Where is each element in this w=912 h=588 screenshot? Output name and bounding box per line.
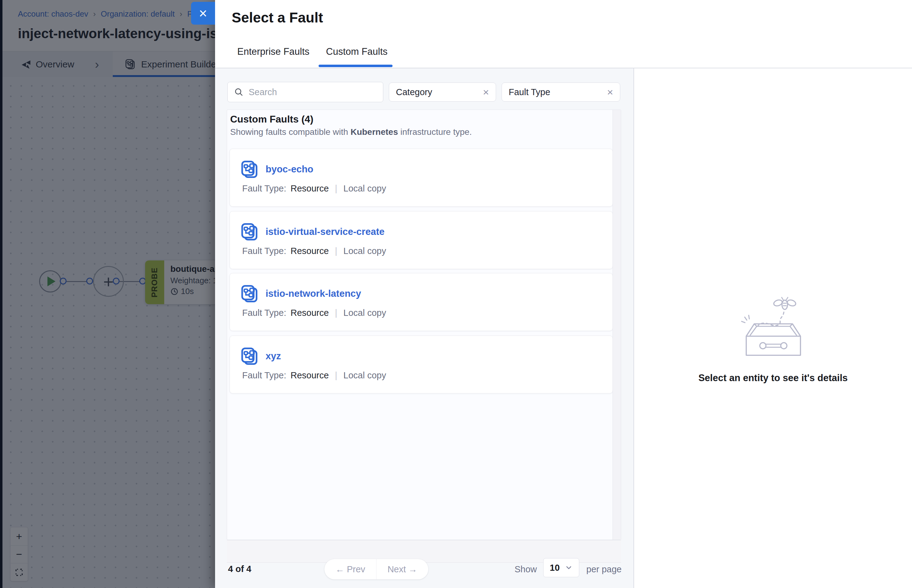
pagination-buttons: ← Prev Next →	[324, 559, 428, 579]
prev-button[interactable]: ← Prev	[324, 559, 376, 579]
tab-custom-faults[interactable]: Custom Faults	[326, 46, 387, 57]
chevron-down-icon	[565, 564, 573, 572]
list-heading: Custom Faults (4)	[230, 114, 313, 125]
select-fault-drawer: × Select a Fault Enterprise Faults Custo…	[215, 0, 912, 588]
screen: Account: chaos-dev › Organization: defau…	[0, 0, 912, 588]
close-icon: ×	[199, 6, 207, 20]
per-page-label: per page	[586, 564, 622, 575]
search-placeholder: Search	[249, 87, 277, 97]
fault-name-link[interactable]: byoc-echo	[266, 164, 313, 175]
filter-fault-type-label: Fault Type	[509, 87, 550, 97]
custom-fault-icon	[240, 222, 259, 242]
search-icon	[234, 87, 244, 97]
fault-name-link[interactable]: istio-network-latency	[266, 288, 361, 299]
filter-category[interactable]: Category ×	[389, 82, 496, 102]
vertical-scrollbar[interactable]	[612, 110, 621, 540]
empty-state: Select an entity to see it's details	[665, 293, 881, 384]
fault-list-panel: Search Category × Fault Type × Custom Fa…	[215, 68, 633, 588]
empty-box-illustration	[735, 293, 812, 361]
next-button[interactable]: Next →	[376, 559, 428, 579]
empty-state-text: Select an entity to see it's details	[665, 373, 881, 384]
clear-fault-type-icon[interactable]: ×	[607, 87, 613, 97]
drawer-title: Select a Fault	[232, 9, 323, 26]
fault-meta: Fault Type: Resource | Local copy	[242, 370, 386, 381]
page-size-select[interactable]: 10	[543, 558, 579, 577]
fault-card[interactable]: byoc-echo Fault Type: Resource | Local c…	[230, 149, 613, 207]
fault-name-link[interactable]: istio-virtual-service-create	[266, 226, 384, 237]
fault-meta: Fault Type: Resource | Local copy	[242, 246, 386, 256]
filter-category-label: Category	[396, 87, 432, 97]
fault-card[interactable]: istio-network-latency Fault Type: Resour…	[230, 273, 613, 331]
search-input[interactable]: Search	[227, 82, 383, 102]
fault-card[interactable]: istio-virtual-service-create Fault Type:…	[230, 211, 613, 269]
filter-fault-type[interactable]: Fault Type ×	[502, 82, 620, 102]
tab-enterprise-faults[interactable]: Enterprise Faults	[237, 46, 309, 57]
pagination-count: 4 of 4	[228, 564, 251, 574]
drawer-close-button[interactable]: ×	[191, 2, 215, 25]
clear-category-icon[interactable]: ×	[483, 87, 489, 97]
fault-meta: Fault Type: Resource | Local copy	[242, 308, 386, 318]
custom-fault-icon	[240, 346, 259, 366]
fault-list-container: Custom Faults (4) Showing faults compati…	[227, 110, 621, 540]
page-size-value: 10	[550, 563, 559, 573]
show-label: Show	[515, 564, 537, 575]
list-subtitle: Showing faults compatible with Kubernete…	[230, 127, 472, 137]
custom-fault-icon	[240, 160, 259, 179]
active-tab-underline	[319, 65, 392, 67]
custom-fault-icon	[240, 284, 259, 304]
details-panel: Select an entity to see it's details	[634, 68, 912, 588]
fault-name-link[interactable]: xyz	[266, 351, 281, 362]
fault-meta: Fault Type: Resource | Local copy	[242, 184, 386, 194]
fault-card[interactable]: xyz Fault Type: Resource | Local copy	[230, 336, 613, 393]
